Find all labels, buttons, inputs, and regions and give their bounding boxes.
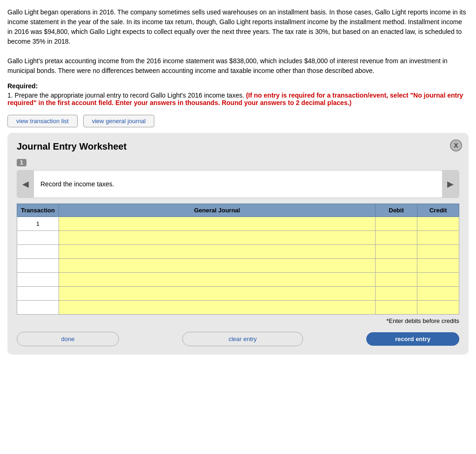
journal-input-1[interactable] xyxy=(59,231,375,244)
instruction-item: 1. Prepare the appropriate journal entry… xyxy=(7,92,469,106)
nav-instruction: Record the income taxes. xyxy=(40,180,114,188)
journal-table: Transaction General Journal Debit Credit… xyxy=(17,204,459,315)
journal-cell-2[interactable] xyxy=(59,245,375,259)
instruction-number: 1. xyxy=(7,92,13,99)
col-header-debit: Debit xyxy=(376,204,417,217)
journal-entry-worksheet-card: Journal Entry Worksheet X 1 ◀ Record the… xyxy=(7,133,469,355)
credit-input-3[interactable] xyxy=(417,259,459,272)
credit-input-6[interactable] xyxy=(417,301,459,314)
debit-cell-2[interactable] xyxy=(376,245,417,259)
transaction-cell-5 xyxy=(17,287,59,301)
nav-content: Record the income taxes. xyxy=(34,171,442,197)
col-header-credit: Credit xyxy=(417,204,459,217)
debit-input-4[interactable] xyxy=(376,273,417,286)
credit-input-4[interactable] xyxy=(417,273,459,286)
transaction-cell-4 xyxy=(17,273,59,287)
journal-input-3[interactable] xyxy=(59,259,375,272)
debit-input-6[interactable] xyxy=(376,301,417,314)
transaction-cell-6 xyxy=(17,301,59,315)
credit-cell-2[interactable] xyxy=(417,245,459,259)
journal-cell-1[interactable] xyxy=(59,231,375,245)
debit-input-0[interactable] xyxy=(376,217,417,230)
journal-input-4[interactable] xyxy=(59,273,375,286)
debit-cell-3[interactable] xyxy=(376,259,417,273)
table-row xyxy=(17,245,459,259)
transaction-cell-0: 1 xyxy=(17,217,59,231)
table-row xyxy=(17,301,459,315)
credit-input-0[interactable] xyxy=(417,217,459,230)
debit-input-3[interactable] xyxy=(376,259,417,272)
nav-panel: ◀ Record the income taxes. ▶ xyxy=(17,170,459,198)
paragraph2: Gallo Light's pretax accounting income f… xyxy=(7,56,469,76)
debit-input-5[interactable] xyxy=(376,287,417,300)
journal-input-5[interactable] xyxy=(59,287,375,300)
paragraph1: Gallo Light began operations in 2016. Th… xyxy=(7,7,469,46)
table-header-row: Transaction General Journal Debit Credit xyxy=(17,204,459,217)
debit-input-2[interactable] xyxy=(376,245,417,258)
table-row: 1 xyxy=(17,217,459,231)
debit-input-1[interactable] xyxy=(376,231,417,244)
instruction-text: Prepare the appropriate journal entry to… xyxy=(15,92,245,99)
nav-prev-button[interactable]: ◀ xyxy=(17,171,34,197)
journal-cell-5[interactable] xyxy=(59,287,375,301)
done-button[interactable]: done xyxy=(17,332,119,346)
close-button[interactable]: X xyxy=(450,139,462,151)
journal-cell-6[interactable] xyxy=(59,301,375,315)
journal-input-2[interactable] xyxy=(59,245,375,258)
credit-cell-6[interactable] xyxy=(417,301,459,315)
action-buttons-row: view transaction list view general journ… xyxy=(7,115,469,127)
credit-cell-4[interactable] xyxy=(417,273,459,287)
view-general-journal-button[interactable]: view general journal xyxy=(83,115,155,127)
credit-cell-0[interactable] xyxy=(417,217,459,231)
debit-cell-1[interactable] xyxy=(376,231,417,245)
nav-next-button[interactable]: ▶ xyxy=(442,171,459,197)
transaction-cell-3 xyxy=(17,259,59,273)
credit-input-2[interactable] xyxy=(417,245,459,258)
table-row xyxy=(17,231,459,245)
credit-cell-5[interactable] xyxy=(417,287,459,301)
debit-cell-4[interactable] xyxy=(376,273,417,287)
journal-cell-0[interactable] xyxy=(59,217,375,231)
problem-text: Gallo Light began operations in 2016. Th… xyxy=(7,7,469,76)
bottom-buttons-row: done clear entry record entry xyxy=(17,332,459,346)
journal-cell-4[interactable] xyxy=(59,273,375,287)
required-label: Required: xyxy=(7,82,469,90)
step-badge: 1 xyxy=(17,159,26,166)
debit-cell-0[interactable] xyxy=(376,217,417,231)
clear-entry-button[interactable]: clear entry xyxy=(182,332,303,346)
credit-input-1[interactable] xyxy=(417,231,459,244)
debit-cell-6[interactable] xyxy=(376,301,417,315)
view-transaction-list-button[interactable]: view transaction list xyxy=(7,115,78,127)
credit-cell-3[interactable] xyxy=(417,259,459,273)
table-row xyxy=(17,273,459,287)
record-entry-button[interactable]: record entry xyxy=(366,332,459,346)
col-header-general-journal: General Journal xyxy=(59,204,375,217)
debit-cell-5[interactable] xyxy=(376,287,417,301)
credit-input-5[interactable] xyxy=(417,287,459,300)
table-row xyxy=(17,259,459,273)
transaction-cell-2 xyxy=(17,245,59,259)
journal-cell-3[interactable] xyxy=(59,259,375,273)
table-row xyxy=(17,287,459,301)
worksheet-title: Journal Entry Worksheet xyxy=(17,141,459,152)
col-header-transaction: Transaction xyxy=(17,204,59,217)
journal-input-6[interactable] xyxy=(59,301,375,314)
journal-input-0[interactable] xyxy=(59,217,375,230)
transaction-cell-1 xyxy=(17,231,59,245)
credit-cell-1[interactable] xyxy=(417,231,459,245)
enter-note: *Enter debits before credits xyxy=(17,317,459,324)
